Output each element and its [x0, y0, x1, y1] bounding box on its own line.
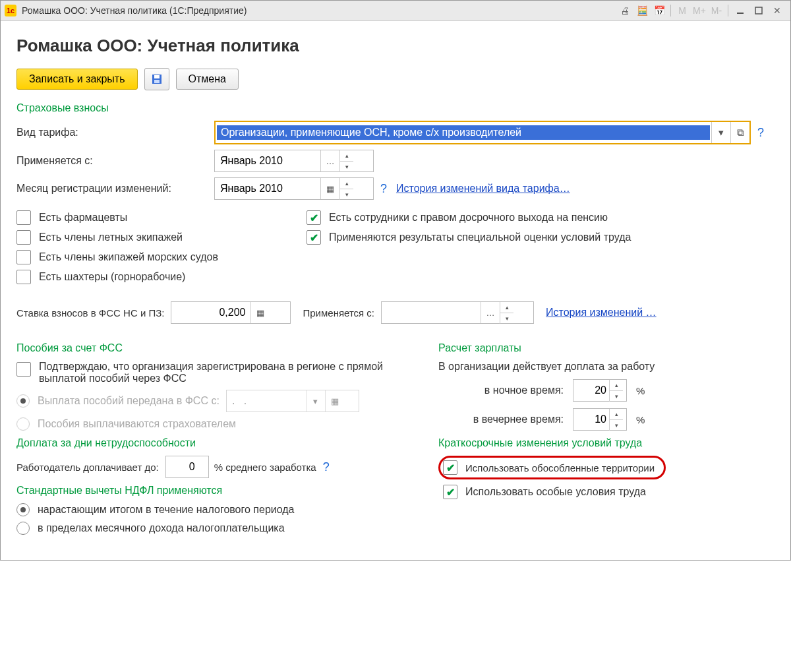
save-button[interactable] — [144, 68, 169, 90]
pct-label: % — [636, 414, 645, 425]
m-minus-icon: M- — [709, 4, 724, 17]
sickpay-field[interactable] — [165, 456, 209, 478]
ship-crew-checkbox[interactable] — [16, 250, 31, 264]
benefits-transfer-date: ▾ ▦ — [226, 390, 359, 412]
spinner-icon[interactable]: ▴▾ — [609, 380, 623, 402]
special-assessment-checkbox[interactable] — [307, 230, 321, 245]
benefits-transfer-radio — [16, 394, 30, 408]
fss-applies-from-label: Применяется с: — [303, 307, 374, 319]
pharmacists-label: Есть фармацевты — [39, 212, 127, 224]
ndfl-opt2-label: в пределах месячного дохода налогоплател… — [38, 522, 285, 534]
fss-applies-from-field[interactable]: … ▴▾ — [381, 301, 534, 324]
pharmacists-checkbox[interactable] — [16, 210, 31, 225]
flight-crew-label: Есть члены летных экипажей — [39, 231, 183, 243]
calendar-icon[interactable]: 📅 — [652, 4, 666, 17]
territories-highlight: Использовать обособленные территории — [438, 456, 666, 479]
benefits-insurer-label: Пособия выплачиваются страхователем — [38, 418, 236, 430]
benefits-section-title: Пособия за счет ФСС — [16, 342, 412, 354]
spinner-icon[interactable]: ▴▾ — [339, 150, 353, 172]
print-icon[interactable]: 🖨 — [618, 4, 632, 17]
insurance-section-title: Страховые взносы — [16, 102, 775, 114]
titlebar: 1c Ромашка ООО: Учетная политика (1С:Пре… — [1, 1, 790, 21]
sickpay-label: Работодатель доплачивает до: — [16, 462, 159, 473]
early-pension-label: Есть сотрудники с правом досрочного выхо… — [329, 212, 608, 224]
fss-applies-from-input[interactable] — [382, 302, 481, 323]
evening-label: в вечернее время: — [438, 413, 564, 425]
reg-month-label: Месяц регистрации изменений: — [16, 183, 214, 195]
benefits-insurer-radio — [16, 417, 30, 431]
salary-intro: В организации действует доплата за работ… — [438, 361, 775, 373]
spinner-icon[interactable]: ▴▾ — [339, 178, 353, 200]
applies-from-input[interactable] — [215, 150, 320, 171]
territories-label: Использовать обособленные территории — [465, 462, 655, 473]
app-logo-icon: 1c — [5, 5, 16, 16]
tariff-select[interactable]: Организации, применяющие ОСН, кроме с/х … — [214, 121, 751, 144]
svg-rect-4 — [154, 80, 160, 83]
applies-from-label: Применяется с: — [16, 155, 214, 167]
calculator-icon[interactable]: 🧮 — [635, 4, 649, 17]
dropdown-icon: ▾ — [306, 390, 325, 412]
maximize-icon[interactable] — [751, 3, 767, 18]
calendar-pick-icon: ▦ — [325, 390, 344, 412]
window-title: Ромашка ООО: Учетная политика (1С:Предпр… — [22, 5, 247, 16]
sickpay-suffix: % среднего заработка — [214, 462, 316, 473]
fss-rate-input[interactable] — [171, 302, 250, 323]
ndfl-opt1-radio[interactable] — [16, 503, 30, 516]
flight-crew-checkbox[interactable] — [16, 230, 31, 245]
ship-crew-label: Есть члены экипажей морских судов — [39, 251, 218, 263]
page-title: Ромашка ООО: Учетная политика — [16, 36, 775, 56]
sickpay-section-title: Доплата за дни нетрудоспособности — [16, 437, 412, 449]
close-icon[interactable]: ✕ — [769, 3, 785, 18]
night-field[interactable]: ▴▾ — [573, 379, 627, 402]
ndfl-opt2-radio[interactable] — [16, 522, 30, 535]
calc-icon[interactable]: ▦ — [250, 302, 270, 323]
pct-label: % — [636, 385, 645, 396]
app-window: 1c Ромашка ООО: Учетная политика (1С:Пре… — [0, 0, 791, 561]
benefits-transfer-label: Выплата пособий передана в ФСС с: — [38, 395, 220, 407]
help-icon[interactable]: ? — [757, 126, 764, 140]
svg-rect-1 — [755, 7, 762, 14]
territories-checkbox[interactable] — [443, 460, 457, 475]
ndfl-opt1-label: нарастающим итогом в течение налогового … — [38, 504, 295, 516]
ellipsis-icon[interactable]: … — [481, 302, 500, 323]
open-icon[interactable]: ⧉ — [730, 122, 749, 143]
tariff-label: Вид тарифа: — [16, 127, 214, 138]
evening-input[interactable] — [573, 413, 609, 425]
m-plus-icon: M+ — [692, 4, 707, 17]
fss-rate-field[interactable]: ▦ — [171, 301, 291, 324]
reg-month-field[interactable]: ▦ ▴▾ — [214, 177, 374, 200]
floppy-icon — [151, 73, 163, 85]
help-icon[interactable]: ? — [380, 182, 387, 196]
night-input[interactable] — [573, 384, 609, 396]
spinner-icon[interactable]: ▴▾ — [609, 409, 623, 431]
svg-rect-0 — [737, 13, 744, 14]
benefits-confirm-checkbox[interactable] — [16, 362, 31, 377]
night-label: в ночное время: — [438, 384, 564, 396]
spinner-icon[interactable]: ▴▾ — [500, 302, 513, 324]
m-icon: M — [675, 4, 689, 17]
save-close-button[interactable]: Записать и закрыть — [16, 69, 138, 90]
shortterm-section-title: Краткосрочные изменения условий труда — [438, 437, 775, 449]
svg-rect-3 — [154, 75, 160, 78]
conditions-checkbox[interactable] — [443, 485, 457, 499]
sickpay-input[interactable] — [166, 461, 198, 473]
calendar-pick-icon[interactable]: ▦ — [320, 178, 339, 199]
cancel-button[interactable]: Отмена — [176, 69, 239, 90]
fss-rate-label: Ставка взносов в ФСС НС и ПЗ: — [16, 307, 164, 319]
ndfl-section-title: Стандартные вычеты НДФЛ применяются — [16, 485, 412, 497]
dropdown-icon[interactable]: ▾ — [711, 122, 730, 143]
miners-checkbox[interactable] — [16, 270, 31, 284]
applies-from-field[interactable]: … ▴▾ — [214, 150, 374, 172]
tariff-value: Организации, применяющие ОСН, кроме с/х … — [217, 125, 710, 140]
salary-section-title: Расчет зарплаты — [438, 342, 775, 354]
early-pension-checkbox[interactable] — [307, 210, 321, 225]
miners-label: Есть шахтеры (горнорабочие) — [39, 271, 185, 283]
fss-history-link[interactable]: История изменений … — [546, 307, 657, 319]
help-icon[interactable]: ? — [323, 460, 330, 474]
evening-field[interactable]: ▴▾ — [573, 408, 627, 431]
tariff-history-link[interactable]: История изменений вида тарифа… — [396, 183, 570, 195]
reg-month-input[interactable] — [215, 178, 320, 199]
special-assessment-label: Применяются результаты специальной оценк… — [329, 231, 631, 243]
ellipsis-icon[interactable]: … — [320, 150, 339, 171]
minimize-icon[interactable] — [732, 3, 748, 18]
